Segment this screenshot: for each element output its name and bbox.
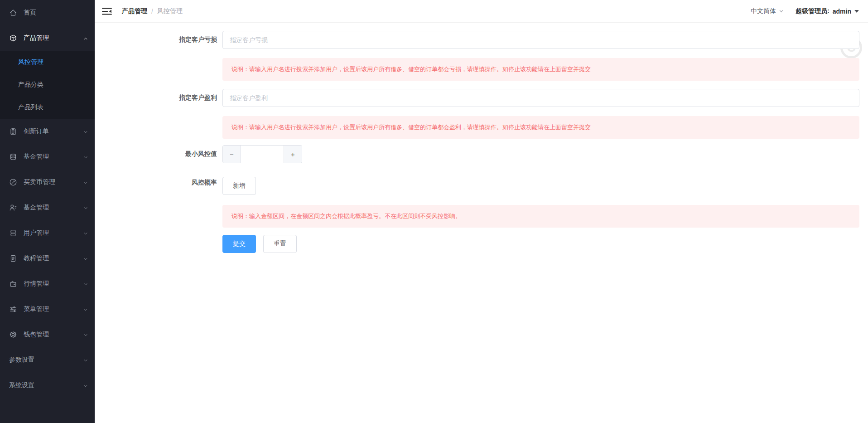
chevron-down-icon xyxy=(83,230,88,236)
chevron-down-icon xyxy=(83,281,88,287)
profit-alert: 说明：请输入用户名进行搜索并添加用户，设置后该用户所有借多、借空的订单都会盈利，… xyxy=(222,116,859,139)
probability-alert: 说明：输入金额区间，在金额区间之内会根据此概率盈亏。不在此区间则不受风控影响。 xyxy=(222,205,859,228)
breadcrumb-separator: / xyxy=(151,8,153,15)
breadcrumb-section[interactable]: 产品管理 xyxy=(122,7,147,15)
sidebar-item-coin-trading[interactable]: 买卖币管理 xyxy=(0,170,95,195)
sidebar-item-label: 基金管理 xyxy=(24,153,49,161)
loss-input[interactable] xyxy=(222,31,859,49)
chevron-down-icon xyxy=(83,205,88,210)
app-window: 首页 产品管理 风控管理 产品分类 产品列表 xyxy=(0,0,868,423)
profit-input[interactable] xyxy=(222,89,859,107)
sidebar-item-wallet-management[interactable]: 钱包管理 xyxy=(0,322,95,347)
sidebar-subitem-label: 风控管理 xyxy=(18,58,43,66)
probability-field-label: 风控概率 xyxy=(95,177,217,195)
sidebar-item-innovation-orders[interactable]: 创新订单 xyxy=(0,119,95,144)
stepper-decrease-button[interactable]: − xyxy=(223,146,241,163)
loss-alert: 说明：请输入用户名进行搜索并添加用户，设置后该用户所有借多、借空的订单都会亏损，… xyxy=(222,58,859,81)
profit-field-label: 指定客户盈利 xyxy=(95,89,217,107)
sidebar-item-risk-management[interactable]: 风控管理 xyxy=(0,51,95,73)
sidebar-item-home[interactable]: 首页 xyxy=(0,0,95,25)
reset-button[interactable]: 重置 xyxy=(263,235,297,253)
sidebar-item-label: 钱包管理 xyxy=(24,331,49,339)
add-probability-button[interactable]: 新增 xyxy=(222,177,256,195)
chevron-down-icon xyxy=(83,357,88,363)
min-risk-stepper: − + xyxy=(222,145,302,163)
sidebar: 首页 产品管理 风控管理 产品分类 产品列表 xyxy=(0,0,95,423)
breadcrumb: 产品管理 / 风控管理 xyxy=(122,7,183,15)
user-icon xyxy=(9,204,17,212)
user-role-label: 超级管理员: xyxy=(796,7,829,15)
coins-icon xyxy=(9,153,17,161)
sidebar-item-product-management[interactable]: 产品管理 xyxy=(0,25,95,51)
caret-down-icon xyxy=(854,10,859,13)
product-submenu: 风控管理 产品分类 产品列表 xyxy=(0,51,95,119)
sliders-icon xyxy=(9,305,17,313)
page-content: C 指定客户亏损 说明：请输入用户名进行搜索并添加用户，设置后该用户所有借多、借… xyxy=(95,23,868,423)
sidebar-item-label: 参数设置 xyxy=(9,356,34,364)
sidebar-item-label: 产品管理 xyxy=(24,34,49,42)
sidebar-item-market-management[interactable]: 行情管理 xyxy=(0,271,95,297)
risk-control-form: 指定客户亏损 说明：请输入用户名进行搜索并添加用户，设置后该用户所有借多、借空的… xyxy=(95,31,868,253)
sidebar-item-tutorial-management[interactable]: 教程管理 xyxy=(0,246,95,271)
min-risk-value-input[interactable] xyxy=(241,146,284,163)
wallet-icon xyxy=(9,280,17,288)
chevron-down-icon xyxy=(83,332,88,337)
breadcrumb-page: 风控管理 xyxy=(157,7,183,15)
sidebar-item-product-category[interactable]: 产品分类 xyxy=(0,73,95,96)
chevron-down-icon xyxy=(83,256,88,261)
sidebar-item-label: 菜单管理 xyxy=(24,305,49,313)
top-bar: 产品管理 / 风控管理 中文简体 超级管理员: admin xyxy=(95,0,868,23)
language-label: 中文简体 xyxy=(751,7,776,15)
sidebar-collapse-icon[interactable] xyxy=(102,7,112,15)
chevron-down-icon xyxy=(83,306,88,312)
chevron-down-icon xyxy=(83,154,88,160)
loss-field-label: 指定客户亏损 xyxy=(95,31,217,49)
sidebar-item-label: 创新订单 xyxy=(24,127,49,136)
sidebar-item-menu-management[interactable]: 菜单管理 xyxy=(0,297,95,322)
sidebar-item-label: 首页 xyxy=(24,9,36,17)
language-selector[interactable]: 中文简体 xyxy=(751,7,784,15)
profit-alert-text: 说明：请输入用户名进行搜索并添加用户，设置后该用户所有借多、借空的订单都会盈利，… xyxy=(231,123,591,131)
home-icon xyxy=(9,9,17,17)
user-name: admin xyxy=(833,8,851,15)
min-risk-field-label: 最小风控值 xyxy=(95,145,217,163)
user-dropdown[interactable]: 超级管理员: admin xyxy=(796,7,859,15)
submit-button[interactable]: 提交 xyxy=(222,235,256,253)
edit-circle-icon xyxy=(9,178,17,186)
cube-icon xyxy=(9,34,17,42)
sidebar-item-label: 基金管理 xyxy=(24,204,49,212)
sidebar-item-label: 行情管理 xyxy=(24,280,49,288)
loss-alert-text: 说明：请输入用户名进行搜索并添加用户，设置后该用户所有借多、借空的订单都会亏损，… xyxy=(231,65,591,73)
chevron-down-icon xyxy=(779,9,784,14)
sidebar-subitem-label: 产品分类 xyxy=(18,81,43,89)
stepper-increase-button[interactable]: + xyxy=(284,146,302,163)
book-icon xyxy=(9,229,17,237)
sidebar-item-label: 买卖币管理 xyxy=(24,178,55,186)
topbar-right: 中文简体 超级管理员: admin xyxy=(751,7,859,15)
chevron-down-icon xyxy=(83,129,88,134)
sidebar-item-parameter-settings[interactable]: 参数设置 xyxy=(0,347,95,373)
chevron-down-icon xyxy=(83,180,88,185)
clipboard-icon xyxy=(9,127,17,136)
chevron-down-icon xyxy=(83,383,88,388)
sidebar-subitem-label: 产品列表 xyxy=(18,103,43,112)
sidebar-item-label: 系统设置 xyxy=(9,381,34,389)
sidebar-item-label: 教程管理 xyxy=(24,254,49,263)
sidebar-item-user-management[interactable]: 用户管理 xyxy=(0,220,95,246)
chevron-up-icon xyxy=(83,35,88,41)
sidebar-item-label: 用户管理 xyxy=(24,229,49,237)
probability-alert-text: 说明：输入金额区间，在金额区间之内会根据此概率盈亏。不在此区间则不受风控影响。 xyxy=(231,212,461,220)
sidebar-item-product-list[interactable]: 产品列表 xyxy=(0,96,95,119)
main-area: 产品管理 / 风控管理 中文简体 超级管理员: admin C xyxy=(95,0,868,423)
sidebar-item-fund-management-1[interactable]: 基金管理 xyxy=(0,144,95,170)
sidebar-item-system-settings[interactable]: 系统设置 xyxy=(0,373,95,398)
sidebar-item-fund-management-2[interactable]: 基金管理 xyxy=(0,195,95,220)
document-icon xyxy=(9,254,17,263)
gear-icon xyxy=(9,331,17,339)
